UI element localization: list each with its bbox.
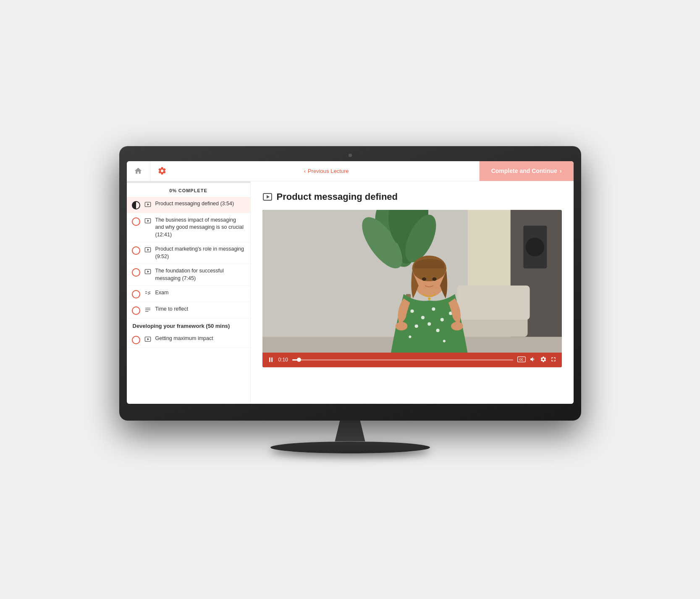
- item-text-2: The business impact of messaging and why…: [155, 217, 245, 239]
- sidebar-item-3[interactable]: Product marketing's role in messaging (9…: [127, 242, 250, 264]
- svg-point-36: [421, 316, 424, 319]
- play-pause-button[interactable]: [267, 356, 274, 363]
- monitor-body: ‹ Previous Lecture Complete and Continue…: [119, 146, 581, 421]
- complete-label: Complete and Continue: [491, 167, 557, 174]
- check-circle-next: [132, 336, 140, 344]
- svg-marker-5: [147, 248, 149, 251]
- main-layout: 0% COMPLETE Product messaging defined (3…: [127, 181, 574, 404]
- complete-chevron: ›: [560, 167, 562, 174]
- svg-line-11: [148, 293, 150, 294]
- video-icon-2: [144, 217, 151, 225]
- video-icon-3: [144, 246, 151, 254]
- progress-label: 0% COMPLETE: [127, 183, 250, 197]
- svg-rect-32: [457, 285, 530, 319]
- prev-label: Previous Lecture: [308, 168, 349, 174]
- svg-point-40: [427, 322, 431, 325]
- fullscreen-button[interactable]: [550, 356, 557, 364]
- pause-icon: [267, 356, 274, 363]
- nav-bar: ‹ Previous Lecture Complete and Continue…: [127, 161, 574, 181]
- svg-point-41: [436, 329, 439, 332]
- video-icon-1: [144, 201, 151, 209]
- content-title: Product messaging defined: [262, 191, 562, 202]
- svg-marker-18: [267, 195, 270, 199]
- svg-point-48: [422, 277, 426, 280]
- svg-point-24: [525, 238, 544, 256]
- item-text-3: Product marketing's role in messaging (9…: [155, 246, 245, 260]
- sidebar-item-next[interactable]: Getting maximum impact: [127, 332, 250, 348]
- monitor-neck: [325, 421, 375, 442]
- svg-line-10: [148, 292, 150, 293]
- check-circle-2: [132, 217, 140, 226]
- prev-chevron: ‹: [304, 168, 306, 174]
- cc-icon: CC: [517, 356, 526, 363]
- volume-icon: [529, 356, 537, 363]
- settings-button[interactable]: [150, 166, 174, 175]
- sidebar-item-5[interactable]: Exam: [127, 286, 250, 302]
- video-icon-4: [144, 268, 151, 276]
- settings-video-button[interactable]: [540, 356, 547, 364]
- content-area: Product messaging defined: [251, 181, 574, 404]
- svg-rect-54: [271, 358, 273, 362]
- time-current: 0:10: [278, 357, 288, 363]
- complete-badge: COMPLETE: [178, 188, 207, 193]
- volume-button[interactable]: [529, 356, 537, 364]
- video-progress-track[interactable]: [292, 359, 513, 361]
- progress-dot: [297, 358, 301, 362]
- control-icons: CC: [517, 356, 557, 364]
- sidebar: 0% COMPLETE Product messaging defined (3…: [127, 181, 251, 404]
- home-icon: [134, 167, 142, 175]
- previous-lecture-button[interactable]: ‹ Previous Lecture: [174, 168, 479, 174]
- svg-marker-16: [147, 338, 149, 340]
- monitor-wrapper: ‹ Previous Lecture Complete and Continue…: [119, 146, 581, 453]
- video-icon-next: [144, 336, 151, 344]
- nav-center: ‹ Previous Lecture: [150, 161, 480, 181]
- svg-point-39: [414, 324, 418, 327]
- sidebar-item-6[interactable]: Time to reflect: [127, 302, 250, 319]
- text-icon: [144, 306, 151, 314]
- svg-point-44: [443, 340, 445, 342]
- svg-point-52: [428, 297, 430, 300]
- svg-point-38: [440, 318, 443, 321]
- progress-percent: 0%: [169, 188, 177, 193]
- camera: [349, 154, 352, 157]
- check-circle-4: [132, 268, 140, 277]
- svg-point-37: [432, 307, 435, 311]
- svg-point-43: [409, 335, 411, 338]
- video-controls: 0:10 CC: [262, 353, 562, 367]
- item-text-1: Product messaging defined (3:54): [155, 200, 234, 208]
- svg-point-51: [451, 322, 463, 330]
- svg-point-35: [410, 309, 414, 313]
- sidebar-item-1[interactable]: Product messaging defined (3:54): [127, 197, 250, 213]
- exam-icon: [144, 290, 151, 298]
- cc-button[interactable]: CC: [517, 356, 526, 364]
- gear-icon: [157, 166, 167, 175]
- item-text-4: The foundation for successful messaging …: [155, 267, 245, 282]
- check-circle-6: [132, 306, 140, 315]
- item-text-5: Exam: [155, 289, 169, 297]
- svg-point-49: [432, 277, 436, 280]
- video-progress-played: [292, 359, 299, 361]
- sidebar-item-2[interactable]: The business impact of messaging and why…: [127, 213, 250, 243]
- settings-video-icon: [540, 356, 547, 363]
- title-video-icon: [262, 192, 273, 202]
- svg-marker-1: [147, 203, 149, 205]
- screen: ‹ Previous Lecture Complete and Continue…: [127, 161, 574, 404]
- svg-text:CC: CC: [519, 358, 523, 361]
- check-circle-3: [132, 246, 140, 255]
- svg-rect-53: [269, 358, 270, 362]
- sidebar-item-4[interactable]: The foundation for successful messaging …: [127, 264, 250, 286]
- item-text-6: Time to reflect: [155, 306, 189, 313]
- active-indicator: [132, 201, 140, 209]
- svg-point-50: [395, 322, 407, 330]
- video-thumbnail: [262, 210, 562, 353]
- video-player[interactable]: 0:10 CC: [262, 210, 562, 367]
- svg-marker-3: [147, 220, 149, 222]
- section-title: Developing your framework (50 mins): [127, 319, 250, 332]
- complete-continue-button[interactable]: Complete and Continue ›: [480, 161, 574, 181]
- video-scene: [262, 210, 562, 353]
- monitor-base: [270, 442, 430, 453]
- fullscreen-icon: [550, 356, 557, 363]
- item-text-next: Getting maximum impact: [155, 335, 213, 343]
- check-circle-5: [132, 290, 140, 298]
- home-button[interactable]: [127, 161, 150, 181]
